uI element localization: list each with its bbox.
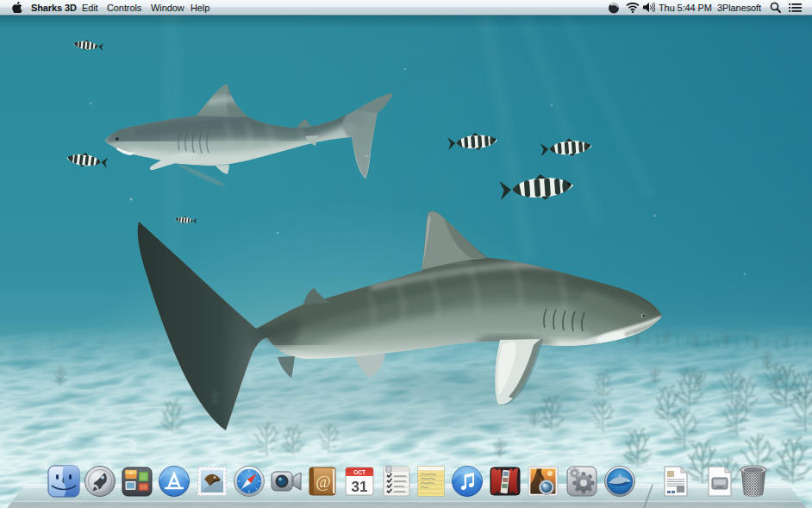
svg-text:OCT: OCT [353,469,365,475]
svg-text:31: 31 [352,479,368,495]
svg-text:@: @ [315,473,331,491]
